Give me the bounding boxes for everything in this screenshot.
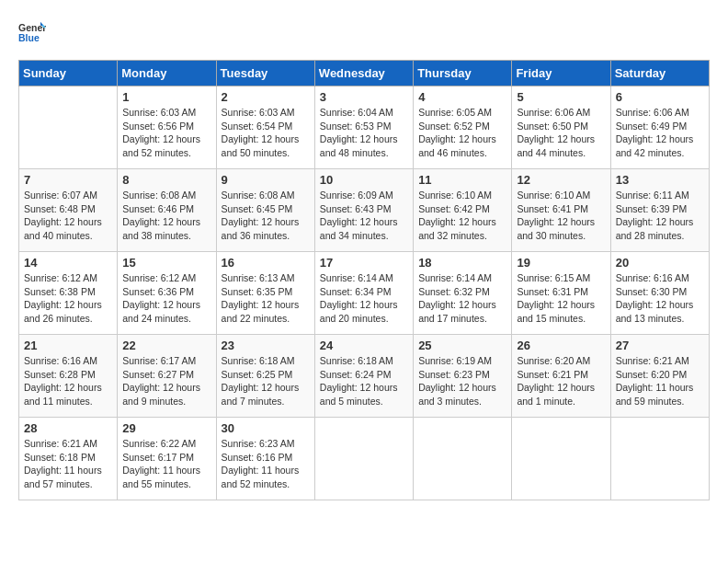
day-info: Sunrise: 6:08 AMSunset: 6:46 PMDaylight:…: [122, 189, 210, 243]
calendar-cell: 7Sunrise: 6:07 AMSunset: 6:48 PMDaylight…: [19, 169, 118, 252]
day-info: Sunrise: 6:21 AMSunset: 6:20 PMDaylight:…: [616, 354, 704, 408]
calendar-cell: 15Sunrise: 6:12 AMSunset: 6:36 PMDayligh…: [118, 252, 216, 335]
day-number: 13: [616, 173, 704, 187]
day-number: 17: [320, 256, 408, 270]
calendar-cell: 13Sunrise: 6:11 AMSunset: 6:39 PMDayligh…: [610, 169, 709, 252]
calendar-cell: 9Sunrise: 6:08 AMSunset: 6:45 PMDaylight…: [216, 169, 314, 252]
calendar-cell: [314, 418, 413, 500]
day-info: Sunrise: 6:15 AMSunset: 6:31 PMDaylight:…: [517, 271, 605, 326]
day-info: Sunrise: 6:18 AMSunset: 6:24 PMDaylight:…: [320, 354, 408, 408]
day-info: Sunrise: 6:14 AMSunset: 6:32 PMDaylight:…: [418, 271, 506, 326]
calendar-cell: 3Sunrise: 6:04 AMSunset: 6:53 PMDaylight…: [314, 86, 413, 169]
day-info: Sunrise: 6:20 AMSunset: 6:21 PMDaylight:…: [517, 354, 605, 408]
calendar-cell: 29Sunrise: 6:22 AMSunset: 6:17 PMDayligh…: [118, 418, 216, 500]
day-number: 14: [24, 256, 112, 270]
svg-text:Blue: Blue: [18, 32, 40, 43]
day-info: Sunrise: 6:03 AMSunset: 6:54 PMDaylight:…: [222, 106, 310, 160]
day-info: Sunrise: 6:06 AMSunset: 6:49 PMDaylight:…: [616, 106, 704, 160]
day-number: 26: [517, 339, 605, 352]
day-number: 8: [122, 173, 210, 187]
page-header: General Blue: [18, 18, 710, 46]
day-info: Sunrise: 6:21 AMSunset: 6:18 PMDaylight:…: [24, 437, 112, 491]
calendar-cell: 24Sunrise: 6:18 AMSunset: 6:24 PMDayligh…: [314, 335, 413, 418]
day-info: Sunrise: 6:13 AMSunset: 6:35 PMDaylight:…: [222, 271, 310, 326]
logo-icon: General Blue: [18, 18, 46, 46]
calendar-cell: 27Sunrise: 6:21 AMSunset: 6:20 PMDayligh…: [610, 335, 709, 418]
day-header-thursday: Thursday: [414, 61, 512, 86]
week-row-1: 1Sunrise: 6:03 AMSunset: 6:56 PMDaylight…: [19, 86, 710, 169]
calendar-cell: 21Sunrise: 6:16 AMSunset: 6:28 PMDayligh…: [19, 335, 118, 418]
day-number: 2: [222, 90, 310, 104]
day-info: Sunrise: 6:10 AMSunset: 6:42 PMDaylight:…: [418, 189, 506, 243]
calendar-cell: 1Sunrise: 6:03 AMSunset: 6:56 PMDaylight…: [118, 86, 216, 169]
calendar-cell: [512, 418, 610, 500]
day-number: 11: [418, 173, 506, 187]
day-info: Sunrise: 6:06 AMSunset: 6:50 PMDaylight:…: [517, 106, 605, 160]
day-number: 5: [517, 90, 605, 104]
calendar-cell: 2Sunrise: 6:03 AMSunset: 6:54 PMDaylight…: [216, 86, 314, 169]
day-info: Sunrise: 6:18 AMSunset: 6:25 PMDaylight:…: [222, 354, 310, 408]
calendar-cell: [19, 86, 118, 169]
calendar-cell: 11Sunrise: 6:10 AMSunset: 6:42 PMDayligh…: [414, 169, 512, 252]
calendar-cell: 16Sunrise: 6:13 AMSunset: 6:35 PMDayligh…: [216, 252, 314, 335]
day-number: 23: [222, 339, 310, 352]
calendar-cell: 20Sunrise: 6:16 AMSunset: 6:30 PMDayligh…: [610, 252, 709, 335]
calendar-cell: 22Sunrise: 6:17 AMSunset: 6:27 PMDayligh…: [118, 335, 216, 418]
calendar-cell: 10Sunrise: 6:09 AMSunset: 6:43 PMDayligh…: [314, 169, 413, 252]
day-info: Sunrise: 6:10 AMSunset: 6:41 PMDaylight:…: [517, 189, 605, 243]
calendar-cell: [610, 418, 709, 500]
day-number: 3: [320, 90, 408, 104]
day-info: Sunrise: 6:12 AMSunset: 6:36 PMDaylight:…: [122, 271, 210, 326]
calendar-cell: 12Sunrise: 6:10 AMSunset: 6:41 PMDayligh…: [512, 169, 610, 252]
header-row: SundayMondayTuesdayWednesdayThursdayFrid…: [19, 61, 710, 86]
day-info: Sunrise: 6:03 AMSunset: 6:56 PMDaylight:…: [122, 106, 210, 160]
calendar-cell: 19Sunrise: 6:15 AMSunset: 6:31 PMDayligh…: [512, 252, 610, 335]
day-number: 21: [24, 339, 112, 352]
calendar-cell: 14Sunrise: 6:12 AMSunset: 6:38 PMDayligh…: [19, 252, 118, 335]
calendar-cell: [414, 418, 512, 500]
day-number: 6: [616, 90, 704, 104]
day-header-friday: Friday: [512, 61, 610, 86]
day-info: Sunrise: 6:09 AMSunset: 6:43 PMDaylight:…: [320, 189, 408, 243]
day-info: Sunrise: 6:16 AMSunset: 6:30 PMDaylight:…: [616, 271, 704, 326]
day-info: Sunrise: 6:11 AMSunset: 6:39 PMDaylight:…: [616, 189, 704, 243]
calendar-cell: 28Sunrise: 6:21 AMSunset: 6:18 PMDayligh…: [19, 418, 118, 500]
day-info: Sunrise: 6:08 AMSunset: 6:45 PMDaylight:…: [222, 189, 310, 243]
week-row-2: 7Sunrise: 6:07 AMSunset: 6:48 PMDaylight…: [19, 169, 710, 252]
calendar-cell: 8Sunrise: 6:08 AMSunset: 6:46 PMDaylight…: [118, 169, 216, 252]
day-number: 29: [122, 421, 210, 435]
day-header-tuesday: Tuesday: [216, 61, 314, 86]
calendar-cell: 26Sunrise: 6:20 AMSunset: 6:21 PMDayligh…: [512, 335, 610, 418]
day-info: Sunrise: 6:17 AMSunset: 6:27 PMDaylight:…: [122, 354, 210, 408]
calendar-table: SundayMondayTuesdayWednesdayThursdayFrid…: [18, 60, 710, 500]
day-number: 24: [320, 339, 408, 352]
week-row-4: 21Sunrise: 6:16 AMSunset: 6:28 PMDayligh…: [19, 335, 710, 418]
day-header-monday: Monday: [118, 61, 216, 86]
day-info: Sunrise: 6:23 AMSunset: 6:16 PMDaylight:…: [222, 437, 310, 491]
day-info: Sunrise: 6:07 AMSunset: 6:48 PMDaylight:…: [24, 189, 112, 243]
day-number: 22: [122, 339, 210, 352]
week-row-3: 14Sunrise: 6:12 AMSunset: 6:38 PMDayligh…: [19, 252, 710, 335]
day-number: 16: [222, 256, 310, 270]
day-number: 15: [122, 256, 210, 270]
day-info: Sunrise: 6:12 AMSunset: 6:38 PMDaylight:…: [24, 271, 112, 326]
day-number: 10: [320, 173, 408, 187]
day-info: Sunrise: 6:16 AMSunset: 6:28 PMDaylight:…: [24, 354, 112, 408]
day-number: 4: [418, 90, 506, 104]
day-info: Sunrise: 6:14 AMSunset: 6:34 PMDaylight:…: [320, 271, 408, 326]
day-header-wednesday: Wednesday: [314, 61, 413, 86]
day-number: 28: [24, 421, 112, 435]
day-number: 1: [122, 90, 210, 104]
logo: General Blue: [18, 18, 50, 46]
calendar-cell: 30Sunrise: 6:23 AMSunset: 6:16 PMDayligh…: [216, 418, 314, 500]
day-number: 12: [517, 173, 605, 187]
day-header-sunday: Sunday: [19, 61, 118, 86]
day-number: 9: [222, 173, 310, 187]
calendar-cell: 5Sunrise: 6:06 AMSunset: 6:50 PMDaylight…: [512, 86, 610, 169]
day-info: Sunrise: 6:05 AMSunset: 6:52 PMDaylight:…: [418, 106, 506, 160]
day-header-saturday: Saturday: [610, 61, 709, 86]
week-row-5: 28Sunrise: 6:21 AMSunset: 6:18 PMDayligh…: [19, 418, 710, 500]
day-number: 20: [616, 256, 704, 270]
day-number: 7: [24, 173, 112, 187]
day-number: 30: [222, 421, 310, 435]
